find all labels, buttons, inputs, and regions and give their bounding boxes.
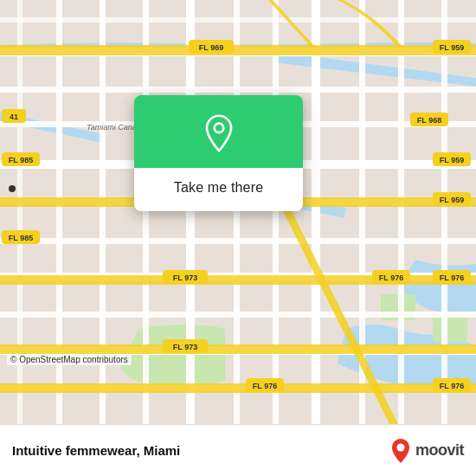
popup-card-bottom: Take me there (134, 168, 303, 211)
svg-rect-17 (143, 0, 149, 424)
map-container: FL 969 FL 959 FL 985 FL 973 FL 968 FL 95… (0, 0, 476, 424)
svg-text:41: 41 (10, 113, 18, 121)
svg-rect-19 (234, 0, 240, 424)
moovit-logo: moovit (389, 438, 464, 464)
svg-point-62 (214, 124, 223, 133)
svg-text:FL 969: FL 969 (199, 43, 223, 52)
svg-rect-29 (0, 383, 476, 393)
popup-card: Take me there (134, 95, 303, 211)
moovit-pin-icon (389, 438, 412, 464)
svg-rect-21 (312, 0, 320, 424)
popup-card-header (134, 95, 303, 168)
bottom-bar: Intuitive femmewear, Miami moovit (0, 424, 476, 476)
svg-text:FL 976: FL 976 (379, 273, 403, 282)
moovit-text: moovit (415, 441, 464, 460)
svg-rect-20 (273, 0, 279, 424)
svg-text:FL 959: FL 959 (440, 196, 464, 204)
svg-rect-24 (441, 0, 447, 424)
svg-text:FL 976: FL 976 (253, 382, 277, 390)
svg-text:FL 968: FL 968 (417, 116, 441, 125)
take-me-there-button[interactable]: Take me there (174, 177, 263, 199)
business-name-text: Intuitive femmewear, (12, 443, 140, 458)
svg-rect-28 (0, 344, 476, 354)
svg-text:FL 973: FL 973 (173, 273, 197, 282)
business-name: Intuitive femmewear, Miami (12, 443, 383, 458)
svg-rect-18 (186, 0, 195, 424)
svg-text:FL 976: FL 976 (440, 273, 464, 282)
svg-text:FL 959: FL 959 (440, 43, 464, 52)
svg-rect-23 (398, 0, 404, 424)
svg-text:FL 959: FL 959 (440, 156, 464, 164)
location-pin-icon (200, 114, 238, 152)
svg-text:FL 985: FL 985 (9, 234, 33, 242)
osm-credit: © OpenStreetMap contributors (7, 354, 132, 365)
svg-text:Tamiami Canal: Tamiami Canal (87, 123, 139, 132)
svg-text:FL 973: FL 973 (173, 343, 197, 351)
svg-point-63 (396, 443, 404, 451)
svg-text:FL 976: FL 976 (440, 382, 464, 390)
city-text: Miami (144, 443, 181, 458)
svg-point-61 (9, 185, 16, 192)
svg-rect-25 (0, 45, 476, 55)
svg-text:FL 985: FL 985 (9, 156, 33, 164)
